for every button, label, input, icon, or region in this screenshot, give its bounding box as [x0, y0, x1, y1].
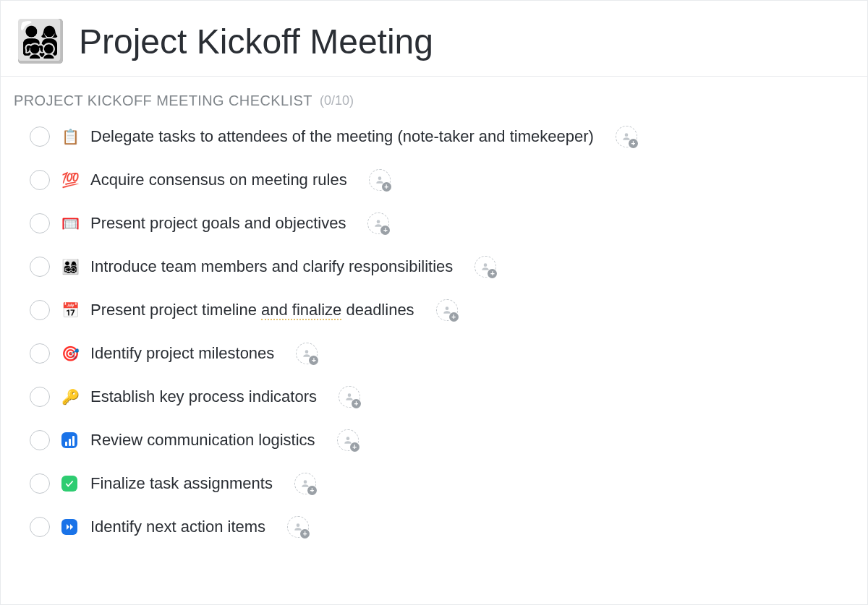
assign-button[interactable]: + — [475, 256, 496, 278]
checkbox[interactable] — [30, 126, 50, 147]
checkbox[interactable] — [30, 473, 50, 494]
checkbox[interactable] — [30, 387, 50, 407]
checkbox[interactable] — [30, 170, 50, 190]
assign-button[interactable]: + — [287, 516, 309, 538]
next-track-icon — [61, 519, 79, 535]
item-label[interactable]: Introduce team members and clarify respo… — [90, 257, 453, 276]
checklist-title: PROJECT KICKOFF MEETING CHECKLIST — [14, 93, 312, 109]
family-icon: 👨‍👩‍👧‍👦 — [61, 258, 79, 275]
plus-icon: + — [449, 312, 459, 322]
assign-button[interactable]: + — [337, 429, 359, 451]
item-label[interactable]: Present project goals and objectives — [90, 214, 346, 233]
key-icon: 🔑 — [61, 388, 79, 406]
checkbox[interactable] — [30, 213, 50, 233]
assign-button[interactable]: + — [296, 343, 318, 364]
page-title[interactable]: Project Kickoff Meeting — [79, 22, 433, 61]
item-label[interactable]: Review communication logistics — [90, 431, 315, 450]
plus-icon: + — [352, 399, 361, 408]
plus-icon: + — [309, 356, 318, 365]
assign-button[interactable]: + — [436, 299, 458, 321]
item-label[interactable]: Delegate tasks to attendees of the meeti… — [90, 127, 594, 146]
item-label[interactable]: Identify next action items — [90, 518, 265, 536]
checklist-item[interactable]: Review communication logistics + — [30, 423, 854, 458]
checkbox[interactable] — [30, 517, 50, 537]
goal-icon: 🥅 — [61, 215, 79, 232]
checklist-item[interactable]: Identify next action items + — [30, 510, 854, 544]
target-icon: 🎯 — [61, 345, 79, 362]
checklist-item[interactable]: Finalize task assignments + — [30, 466, 854, 501]
checklist-count: (0/10) — [320, 93, 354, 108]
plus-icon: + — [488, 269, 497, 278]
plus-icon: + — [380, 226, 390, 235]
checklist-header: PROJECT KICKOFF MEETING CHECKLIST (0/10) — [1, 77, 867, 119]
item-label[interactable]: Acquire consensus on meeting rules — [90, 171, 347, 189]
item-label[interactable]: Present project timeline and finalize de… — [90, 301, 414, 319]
assign-button[interactable]: + — [616, 126, 637, 147]
checkbox[interactable] — [30, 300, 50, 320]
checkbox[interactable] — [30, 343, 50, 364]
assign-button[interactable]: + — [367, 213, 389, 234]
checkbox[interactable] — [30, 257, 50, 277]
plus-icon: + — [300, 529, 310, 539]
hundred-icon: 💯 — [61, 171, 79, 189]
plus-icon: + — [350, 442, 359, 452]
assign-button[interactable]: + — [369, 169, 391, 191]
checklist-item[interactable]: 🥅 Present project goals and objectives + — [30, 206, 854, 241]
checklist-item[interactable]: 🎯 Identify project milestones + — [30, 336, 854, 371]
plus-icon: + — [629, 139, 638, 148]
item-label[interactable]: Finalize task assignments — [90, 474, 273, 493]
plus-icon: + — [382, 182, 391, 192]
assign-button[interactable]: + — [339, 386, 360, 408]
page-header: 👨‍👩‍👧‍👦 Project Kickoff Meeting — [1, 1, 867, 77]
checklist-item[interactable]: 🔑 Establish key process indicators + — [30, 379, 854, 414]
checklist-item[interactable]: 📅 Present project timeline and finalize … — [30, 293, 854, 327]
clipboard-icon: 📋 — [61, 128, 79, 145]
bar-chart-icon — [61, 432, 79, 448]
checklist-item[interactable]: 💯 Acquire consensus on meeting rules + — [30, 163, 854, 197]
checklist-item[interactable]: 📋 Delegate tasks to attendees of the mee… — [30, 119, 854, 154]
calendar-icon: 📅 — [61, 301, 79, 319]
checklist-list: 📋 Delegate tasks to attendees of the mee… — [1, 119, 867, 559]
assign-button[interactable]: + — [294, 473, 316, 494]
checklist-item[interactable]: 👨‍👩‍👧‍👦 Introduce team members and clari… — [30, 249, 854, 284]
check-icon — [61, 476, 79, 492]
spellcheck-span: and finalize — [261, 301, 341, 320]
plus-icon: + — [307, 486, 317, 495]
header-icon: 👨‍👩‍👧‍👦 — [15, 21, 66, 61]
checkbox[interactable] — [30, 430, 50, 450]
item-label[interactable]: Identify project milestones — [90, 344, 274, 363]
item-label[interactable]: Establish key process indicators — [90, 387, 317, 406]
